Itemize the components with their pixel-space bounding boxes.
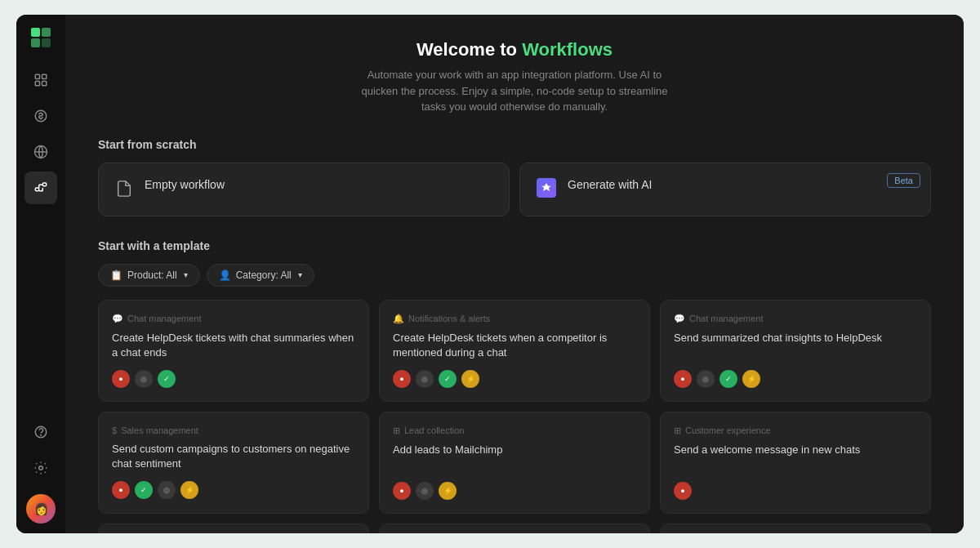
template-card-3[interactable]: $ Sales management Send custom campaigns… [98, 412, 369, 514]
template-icons: ● [674, 482, 917, 500]
sidebar-item-dashboard[interactable] [24, 64, 57, 96]
beta-badge: Beta [887, 173, 920, 188]
sidebar-item-workflows[interactable] [24, 172, 57, 204]
template-icons: ●✓◎⚡ [112, 481, 355, 499]
template-icon-green: ✓ [158, 370, 176, 388]
template-card-5[interactable]: ⊞ Customer experience Send a welcome mes… [660, 412, 931, 514]
svg-rect-1 [42, 28, 51, 37]
svg-rect-0 [31, 28, 40, 37]
template-icon-dark: ◎ [416, 370, 434, 388]
template-icon-dark: ◎ [158, 481, 176, 499]
template-grid: 💬 Chat management Create HelpDesk ticket… [98, 300, 931, 534]
template-card-7[interactable]: $ Sales management Pull customer order h… [379, 523, 650, 533]
template-card-6[interactable]: 🔔 Notifications & alerts Create HelpDesk… [98, 523, 369, 533]
template-title: Add leads to Mailchimp [393, 443, 636, 472]
template-card-1[interactable]: 🔔 Notifications & alerts Create HelpDesk… [379, 300, 650, 402]
template-title: Send a welcome message in new chats [674, 443, 917, 472]
category-filter-chevron: ▾ [298, 270, 302, 279]
template-category: 🔔 Notifications & alerts [393, 314, 636, 324]
template-icon-red: ● [112, 481, 130, 499]
app-logo[interactable] [28, 25, 54, 51]
category-filter[interactable]: 👤 Category: All ▾ [207, 264, 314, 287]
svg-point-11 [39, 466, 43, 470]
template-title: Send custom campaigns to customers on ne… [112, 442, 355, 471]
template-icon-yellow: ⚡ [461, 370, 479, 388]
title-prefix: Welcome to [416, 39, 522, 60]
template-icons: ●◎⚡ [393, 482, 636, 500]
svg-rect-7 [42, 82, 47, 86]
template-filters: 📋 Product: All ▾ 👤 Category: All ▾ [98, 264, 931, 287]
template-category: ⊞ Customer experience [674, 425, 917, 436]
sidebar-item-help[interactable] [24, 416, 57, 448]
template-icon-green: ✓ [439, 370, 457, 388]
sidebar: 👩 [16, 15, 65, 533]
template-icon-red: ● [674, 482, 692, 500]
template-title: Create HelpDesk tickets when a competito… [393, 331, 636, 360]
app-container: 👩 Welcome to Workflows Automate your wor… [16, 15, 964, 533]
svg-point-10 [41, 434, 42, 435]
sidebar-item-integrations[interactable] [24, 136, 57, 168]
category-icon: 💬 [112, 314, 123, 324]
sidebar-bottom: 👩 [24, 416, 57, 523]
category-label: Sales management [121, 425, 198, 435]
page-title: Welcome to Workflows [98, 39, 931, 60]
category-icon: $ [112, 425, 117, 435]
ai-icon [537, 178, 556, 198]
template-icon-green: ✓ [719, 370, 737, 388]
svg-rect-3 [42, 38, 51, 47]
page-subtitle: Automate your work with an app integrati… [359, 67, 670, 115]
user-avatar[interactable]: 👩 [26, 494, 56, 523]
empty-workflow-card[interactable]: Empty workflow [98, 163, 510, 216]
category-label: Chat management [689, 314, 764, 323]
template-category: 💬 Chat management [112, 314, 355, 324]
empty-workflow-label: Empty workflow [145, 178, 225, 191]
main-content: Welcome to Workflows Automate your work … [65, 15, 964, 533]
template-icon-red: ● [112, 370, 130, 388]
generate-ai-label: Generate with AI [568, 178, 653, 191]
page-header: Welcome to Workflows Automate your work … [98, 39, 931, 115]
title-highlight: Workflows [522, 39, 612, 60]
template-icon-red: ● [674, 370, 692, 388]
template-category: $ Sales management [112, 425, 355, 435]
template-icons: ●◎✓⚡ [674, 370, 917, 388]
avatar-image: 👩 [26, 494, 56, 523]
category-icon: ⊞ [674, 425, 681, 436]
svg-rect-5 [42, 74, 47, 78]
svg-rect-4 [35, 74, 39, 78]
sidebar-item-settings[interactable] [24, 452, 57, 484]
template-card-4[interactable]: ⊞ Lead collection Add leads to Mailchimp… [379, 412, 650, 514]
template-icon-yellow: ⚡ [180, 481, 198, 499]
template-card-2[interactable]: 💬 Chat management Send summarized chat i… [660, 300, 931, 402]
category-label: Chat management [127, 314, 202, 323]
template-section-title: Start with a template [98, 239, 931, 252]
template-card-0[interactable]: 💬 Chat management Create HelpDesk ticket… [98, 300, 369, 402]
scratch-section-title: Start from scratch [98, 138, 931, 151]
doc-icon [115, 180, 133, 201]
template-icons: ●◎✓⚡ [393, 370, 636, 388]
category-icon: 💬 [674, 314, 685, 324]
product-filter-label: Product: All [127, 270, 177, 281]
svg-rect-2 [31, 38, 40, 47]
category-filter-icon: 👤 [219, 270, 231, 281]
category-icon: 🔔 [393, 314, 404, 324]
template-icon-dark: ◎ [135, 370, 153, 388]
product-filter-icon: 📋 [110, 270, 122, 281]
template-icon-yellow: ⚡ [742, 370, 760, 388]
sidebar-item-billing[interactable] [24, 100, 57, 132]
generate-ai-card[interactable]: Generate with AI Beta [519, 163, 931, 216]
template-icon-dark: ◎ [416, 482, 434, 500]
category-icon: ⊞ [393, 425, 400, 436]
category-label: Customer experience [685, 425, 771, 435]
category-filter-label: Category: All [236, 270, 292, 281]
svg-rect-6 [35, 82, 39, 86]
product-filter[interactable]: 📋 Product: All ▾ [98, 264, 200, 287]
template-icon-dark: ◎ [697, 370, 715, 388]
template-icons: ●◎✓ [112, 370, 355, 388]
template-category: 💬 Chat management [674, 314, 917, 324]
category-label: Lead collection [404, 425, 464, 435]
template-category: ⊞ Lead collection [393, 425, 636, 436]
category-label: Notifications & alerts [408, 314, 490, 323]
template-card-8[interactable]: ⊞ Lead collection Add leads to HubSpot ●… [660, 523, 931, 533]
template-title: Create HelpDesk tickets with chat summar… [112, 331, 355, 360]
template-icon-green: ✓ [135, 481, 153, 499]
